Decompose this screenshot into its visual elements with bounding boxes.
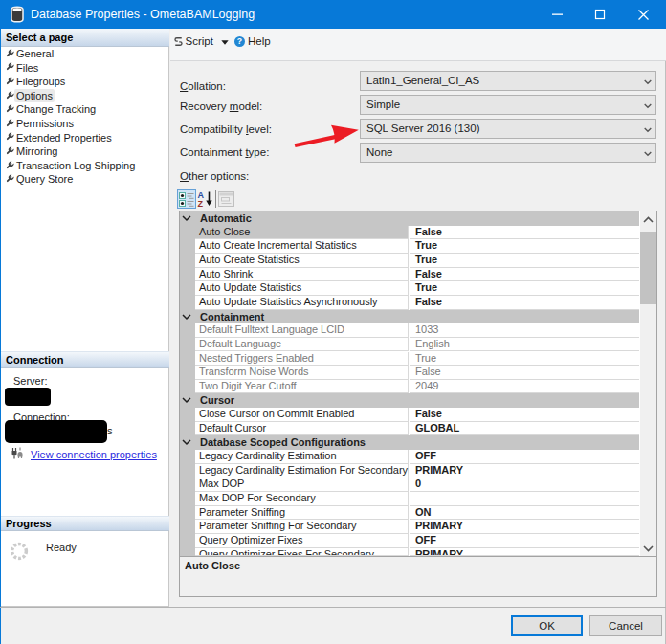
svg-text:Z: Z (197, 199, 203, 208)
svg-text:?: ? (237, 36, 242, 46)
